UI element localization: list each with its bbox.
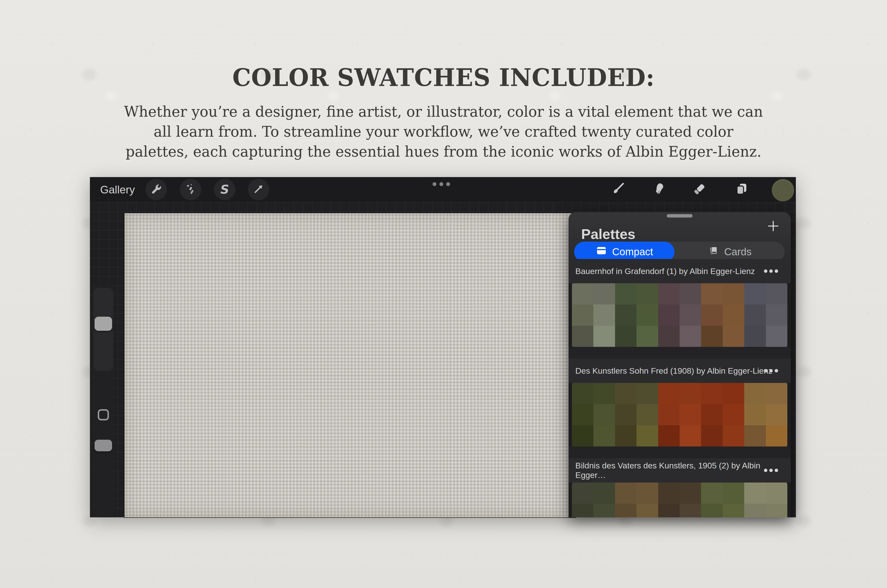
color-swatch[interactable] <box>680 425 701 447</box>
canvas[interactable] <box>125 213 576 518</box>
color-swatch[interactable] <box>615 425 636 447</box>
color-swatch[interactable] <box>723 425 744 447</box>
color-swatch[interactable] <box>766 304 787 326</box>
active-color-button[interactable] <box>771 179 794 202</box>
color-swatch[interactable] <box>658 383 680 404</box>
palette-more-button[interactable] <box>762 358 779 383</box>
color-swatch[interactable] <box>723 383 744 404</box>
color-swatch[interactable] <box>615 283 636 304</box>
color-swatch[interactable] <box>744 483 765 504</box>
color-swatch[interactable] <box>593 504 615 518</box>
palette-more-button[interactable] <box>762 259 779 283</box>
color-swatch[interactable] <box>572 425 593 447</box>
brush-tool-button[interactable] <box>607 179 629 200</box>
color-swatch[interactable] <box>701 283 722 304</box>
color-swatch[interactable] <box>658 283 680 304</box>
color-swatch[interactable] <box>636 483 658 504</box>
opacity-slider-knob[interactable] <box>95 440 112 452</box>
color-swatch[interactable] <box>615 383 636 404</box>
color-swatch[interactable] <box>593 304 615 326</box>
color-swatch[interactable] <box>680 304 701 326</box>
color-swatch[interactable] <box>636 283 658 304</box>
color-swatch[interactable] <box>723 326 744 347</box>
palette-more-button[interactable] <box>762 458 779 483</box>
transform-button[interactable] <box>248 179 269 200</box>
color-swatch[interactable] <box>680 326 701 347</box>
color-swatch[interactable] <box>766 483 787 504</box>
color-swatch[interactable] <box>744 283 765 304</box>
brush-size-slider-knob[interactable] <box>95 316 112 331</box>
color-swatch[interactable] <box>572 504 593 518</box>
color-swatch[interactable] <box>572 404 593 425</box>
color-swatch[interactable] <box>593 404 615 425</box>
color-swatch[interactable] <box>593 425 615 447</box>
color-swatch[interactable] <box>593 383 615 404</box>
color-swatch[interactable] <box>680 504 701 518</box>
adjustments-button[interactable] <box>180 179 201 200</box>
color-swatch[interactable] <box>680 404 701 425</box>
color-swatch[interactable] <box>636 304 658 326</box>
color-swatch[interactable] <box>658 326 680 347</box>
color-swatch[interactable] <box>593 283 615 304</box>
smudge-tool-button[interactable] <box>648 179 669 200</box>
color-swatch[interactable] <box>658 425 680 447</box>
color-swatch[interactable] <box>615 483 636 504</box>
color-swatch[interactable] <box>701 404 722 425</box>
color-swatch[interactable] <box>572 283 593 304</box>
color-swatch[interactable] <box>680 383 701 404</box>
color-swatch[interactable] <box>723 483 744 504</box>
color-swatch[interactable] <box>723 404 744 425</box>
color-swatch[interactable] <box>701 504 722 518</box>
color-swatch[interactable] <box>744 404 765 425</box>
color-swatch[interactable] <box>744 326 765 347</box>
color-swatch[interactable] <box>593 483 615 504</box>
actions-button[interactable] <box>146 179 167 200</box>
color-swatch[interactable] <box>766 404 787 425</box>
modify-button[interactable] <box>98 409 109 420</box>
color-swatch[interactable] <box>572 483 593 504</box>
color-swatch[interactable] <box>615 304 636 326</box>
color-swatch[interactable] <box>658 483 680 504</box>
color-swatch[interactable] <box>636 326 658 347</box>
color-swatch[interactable] <box>572 326 593 347</box>
color-swatch[interactable] <box>744 504 765 518</box>
color-swatch[interactable] <box>766 383 787 404</box>
color-swatch[interactable] <box>658 404 680 425</box>
color-swatch[interactable] <box>701 483 722 504</box>
color-swatch[interactable] <box>723 283 744 304</box>
color-swatch[interactable] <box>766 504 787 518</box>
color-swatch[interactable] <box>701 304 722 326</box>
panel-drag-handle[interactable] <box>667 214 693 218</box>
color-swatch[interactable] <box>680 283 701 304</box>
color-swatch[interactable] <box>680 483 701 504</box>
color-swatch[interactable] <box>636 425 658 447</box>
color-swatch[interactable] <box>744 425 765 447</box>
color-swatch[interactable] <box>636 383 658 404</box>
canvas-options-icon[interactable] <box>432 182 450 186</box>
color-swatch[interactable] <box>615 326 636 347</box>
color-swatch[interactable] <box>636 504 658 518</box>
color-swatch[interactable] <box>744 304 765 326</box>
color-swatch[interactable] <box>615 504 636 518</box>
add-palette-button[interactable] <box>767 220 779 232</box>
color-swatch[interactable] <box>701 326 722 347</box>
color-swatch[interactable] <box>701 383 722 404</box>
color-swatch[interactable] <box>766 326 787 347</box>
color-swatch[interactable] <box>615 404 636 425</box>
eraser-tool-button[interactable] <box>689 179 710 200</box>
layers-button[interactable] <box>731 179 752 200</box>
color-swatch[interactable] <box>593 326 615 347</box>
color-swatch[interactable] <box>766 283 787 304</box>
color-swatch[interactable] <box>744 383 765 404</box>
color-swatch[interactable] <box>723 504 744 518</box>
color-swatch[interactable] <box>658 504 680 518</box>
color-swatch[interactable] <box>723 304 744 326</box>
color-swatch[interactable] <box>766 425 787 447</box>
selection-button[interactable]: S <box>214 179 236 200</box>
color-swatch[interactable] <box>572 304 593 326</box>
color-swatch[interactable] <box>701 425 722 447</box>
color-swatch[interactable] <box>658 304 680 326</box>
color-swatch[interactable] <box>636 404 658 425</box>
gallery-button[interactable]: Gallery <box>100 177 135 202</box>
color-swatch[interactable] <box>572 383 593 404</box>
